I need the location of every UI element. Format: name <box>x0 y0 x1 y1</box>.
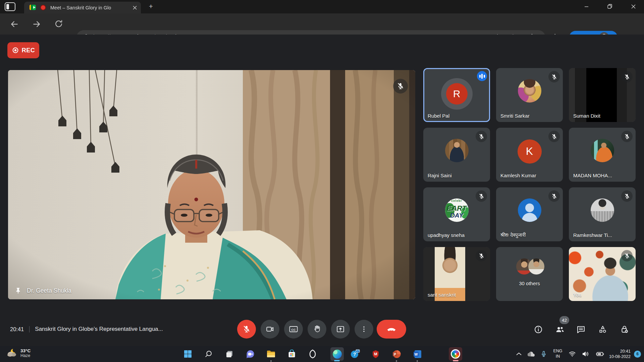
browser-tabstrip: Meet – Sanskrit Glory in Glo + <box>0 0 644 13</box>
participant-name: Ramkeshwar Ti... <box>573 232 612 238</box>
lang-bottom: IN <box>550 354 566 359</box>
get-help-button[interactable]: ? <box>349 348 361 360</box>
participant-name: upadhyay sneha <box>428 232 465 238</box>
people-icon <box>555 325 565 334</box>
svg-text:?: ? <box>353 352 356 357</box>
end-call-button[interactable] <box>377 320 406 339</box>
participant-tile[interactable]: Rajni Saini <box>423 128 490 182</box>
participant-tile[interactable]: You <box>569 247 636 301</box>
camera-toggle-button[interactable] <box>261 320 279 339</box>
info-icon <box>534 325 543 334</box>
participants-count-badge: 42 <box>559 316 569 324</box>
participant-name: sarit sanskrit <box>428 292 456 298</box>
participant-tile[interactable]: Smriti Sarkar <box>496 68 563 122</box>
app-badge-button[interactable] <box>307 348 319 360</box>
back-icon[interactable] <box>9 19 19 29</box>
participant-tile[interactable]: Suman Dixit <box>569 68 636 122</box>
clock[interactable]: 20:41 10-08-2022 <box>609 349 631 360</box>
rec-badge: REC <box>7 42 39 58</box>
participant-tile[interactable]: KKamlesh Kumar <box>496 128 563 182</box>
tab-recording-icon <box>40 5 46 10</box>
participant-tile[interactable]: श्रीशः देवपुजारी <box>496 187 563 241</box>
wifi-icon[interactable] <box>566 348 579 360</box>
file-explorer-button[interactable] <box>265 348 277 360</box>
captions-button[interactable]: CC <box>284 320 303 339</box>
meeting-time: 20:41 <box>10 326 24 333</box>
participant-tile[interactable]: Ramkeshwar Ti... <box>569 187 636 241</box>
avatar-photo <box>518 79 541 103</box>
task-view-button[interactable] <box>223 348 235 360</box>
mic-toggle-button[interactable] <box>237 320 256 339</box>
chat-icon <box>576 325 586 334</box>
meet-favicon-icon <box>30 5 36 10</box>
powerpoint-button[interactable]: P <box>390 348 402 360</box>
battery-icon[interactable] <box>592 348 607 360</box>
mic-off-icon <box>621 190 633 202</box>
participant-tile[interactable]: MADAN MOHA... <box>569 128 636 182</box>
more-options-button[interactable] <box>355 320 373 339</box>
more-options-icon <box>360 325 368 333</box>
rec-label: REC <box>22 47 35 54</box>
pinwheel-app-button[interactable] <box>449 348 462 360</box>
tab-actions-menu-icon[interactable] <box>5 2 15 11</box>
meet-page: REC <box>0 35 644 346</box>
participants-button[interactable] <box>555 325 564 334</box>
participant-tile[interactable]: RRubel Pal <box>423 68 490 122</box>
mic-off-icon <box>621 131 633 142</box>
teams-chat-button[interactable] <box>244 348 256 360</box>
present-button[interactable] <box>331 320 350 339</box>
participant-tile[interactable]: 30 others <box>496 247 563 301</box>
new-tab-button[interactable]: + <box>147 3 155 11</box>
main-video-feed <box>8 70 415 299</box>
ms-store-button[interactable] <box>286 348 298 360</box>
participant-tile[interactable]: celebrEARTDAYupadhyay sneha <box>423 187 490 241</box>
browser-tab[interactable]: Meet – Sanskrit Glory in Glo <box>24 2 141 13</box>
screen: Meet – Sanskrit Glory in Glo + <box>0 0 644 362</box>
participant-name: श्रीशः देवपुजारी <box>500 232 526 238</box>
meeting-details-button[interactable] <box>534 325 543 334</box>
forward-icon[interactable] <box>32 19 42 29</box>
avatar-initial: K <box>518 139 542 164</box>
language-indicator[interactable]: ENG IN <box>550 349 566 359</box>
main-video-tile[interactable]: Dr. Geeta Shukla <box>8 70 415 299</box>
word-button[interactable]: W <box>411 348 423 360</box>
present-icon <box>336 325 345 334</box>
restore-button[interactable] <box>602 0 618 13</box>
mic-off-icon <box>548 190 560 202</box>
search-button[interactable] <box>203 348 215 360</box>
host-lock-icon <box>620 325 629 334</box>
host-controls-button[interactable] <box>620 325 629 334</box>
minimize-button[interactable] <box>579 0 594 13</box>
tray-expand-chevron[interactable] <box>513 348 525 360</box>
mic-off-icon <box>242 325 251 334</box>
captions-icon: CC <box>289 325 298 334</box>
refresh-icon[interactable] <box>54 19 64 29</box>
avatar-initial: R <box>446 83 468 105</box>
lang-top: ENG <box>550 349 566 354</box>
divider <box>29 326 30 333</box>
tab-close-icon[interactable] <box>132 5 138 10</box>
activities-button[interactable] <box>598 325 607 334</box>
avatar-photo <box>591 198 614 222</box>
close-window-button[interactable] <box>626 0 641 13</box>
raise-hand-button[interactable] <box>308 320 326 339</box>
participant-name: 30 others <box>496 281 563 286</box>
meeting-title: Sanskrit Glory in Globe’s Representative… <box>35 326 163 333</box>
onedrive-icon[interactable] <box>525 348 537 360</box>
main-mic-off-icon <box>393 79 408 94</box>
explorer-running-dot <box>270 360 272 362</box>
participants-grid: RRubel PalSmriti SarkarSuman DixitRajni … <box>423 68 636 301</box>
speaking-indicator-icon <box>477 71 487 81</box>
weather-widget[interactable]: 33°C Haze <box>6 347 31 359</box>
volume-icon[interactable] <box>579 348 592 360</box>
mic-off-icon <box>548 131 560 142</box>
start-button[interactable] <box>182 348 194 360</box>
mcafee-button[interactable]: M <box>370 348 382 360</box>
notification-badge[interactable]: 6 <box>634 351 641 358</box>
mic-in-use-icon[interactable] <box>537 348 550 360</box>
participant-tile[interactable]: sarit sanskrit <box>423 247 490 301</box>
mic-off-icon <box>476 190 487 202</box>
system-tray: ENG IN 20:41 10-08-2022 6 <box>513 346 644 362</box>
chat-button[interactable] <box>576 325 586 334</box>
edge-button[interactable] <box>331 348 343 360</box>
